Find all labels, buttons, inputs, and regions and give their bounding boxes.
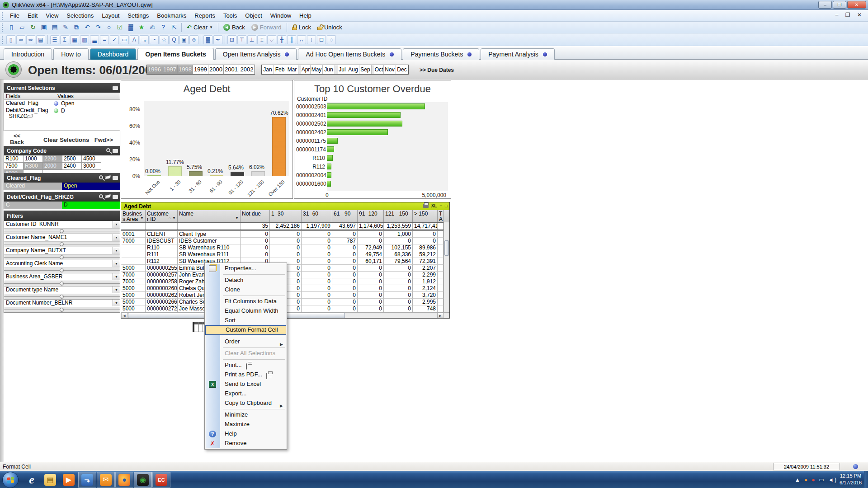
align-bottom-icon[interactable]: ⌵ (267, 35, 276, 44)
menu-selections[interactable]: Selections (62, 11, 98, 20)
space-vertical-icon[interactable]: ↕ (307, 35, 316, 44)
filters-header[interactable]: Filters (4, 211, 120, 221)
filter-dropdown[interactable]: Accounting Clerk Name▼ (4, 260, 120, 267)
table-row[interactable]: 7000IDESCUSTIDES Customer000787000 (121, 238, 449, 244)
slider-thumb-icon[interactable] (60, 282, 64, 286)
filter-slider[interactable] (4, 267, 120, 273)
menu-item-order[interactable]: Order▶ (205, 337, 287, 347)
filter-slider[interactable] (4, 241, 120, 247)
menu-tools[interactable]: Tools (219, 11, 241, 20)
chevron-down-icon[interactable]: ▼ (113, 260, 120, 267)
year-1999[interactable]: 1999 (193, 65, 208, 74)
company-code-7500[interactable]: 7500 (4, 163, 24, 170)
tab-ad-hoc-open-items-buckets[interactable]: Ad Hoc Open Items Buckets (298, 48, 401, 60)
aged-debt-bar[interactable] (251, 171, 265, 176)
filter-dropdown[interactable]: Company Name_BUTXT▼ (4, 247, 120, 254)
firefox-icon[interactable]: ● (115, 472, 133, 488)
top10-bar[interactable] (327, 164, 331, 169)
windows-explorer-icon[interactable]: ▤ (41, 472, 59, 488)
quick-chart-icon[interactable]: ▓ (126, 23, 136, 33)
adjust-icon[interactable]: ⊟ (317, 35, 326, 44)
month-apr[interactable]: Apr (298, 65, 311, 74)
menu-item-custom-format-cell[interactable]: Custom Format Cell (205, 325, 286, 335)
tab-open-items-buckets[interactable]: Open Items Buckets (137, 48, 214, 60)
menu-help[interactable]: Help (295, 11, 316, 20)
open-file-icon[interactable]: ▱ (17, 23, 27, 33)
search-icon[interactable] (99, 175, 103, 179)
search-icon[interactable] (99, 194, 103, 198)
menu-item-fit-columns-to-data[interactable]: Fit Columns to Data (205, 297, 287, 306)
redo-icon[interactable]: ↷ (93, 23, 103, 33)
top10-bar[interactable] (327, 146, 334, 152)
menu-view[interactable]: View (42, 11, 62, 20)
company-code-4500[interactable]: 4500 (82, 155, 101, 163)
tray-network-icon[interactable]: ▭ (819, 477, 824, 483)
copy-icon[interactable]: ⧉ (71, 23, 81, 33)
debit-credit-selected[interactable]: D (62, 202, 120, 209)
chevron-down-icon[interactable]: ▼ (113, 273, 120, 280)
save-icon[interactable]: ▣ (39, 23, 49, 33)
top10-chart[interactable]: Top 10 Customer Overdue Customer ID 0000… (294, 80, 451, 199)
menu-settings[interactable]: Settings (123, 11, 153, 20)
month-jun[interactable]: Jun (323, 65, 335, 74)
month-dec[interactable]: Dec (396, 65, 408, 74)
month-oct[interactable]: Oct (372, 65, 384, 74)
tray-red-icon[interactable]: ● (811, 477, 815, 483)
aged-debt-chart[interactable]: Aged Debt 80%60%40%20%0% 0.00%11.77%5.75… (121, 80, 293, 199)
top10-bar[interactable] (327, 138, 338, 144)
year-1997[interactable]: 1997 (162, 65, 178, 74)
search-icon[interactable] (106, 148, 110, 152)
edit-sheet-icon[interactable]: ✎ (61, 23, 71, 33)
clear-selections-button[interactable]: Clear Selections (43, 136, 89, 143)
eraser-icon[interactable] (27, 114, 33, 118)
menu-item-detach[interactable]: Detach (205, 276, 287, 285)
month-jul[interactable]: Jul (335, 65, 347, 74)
pivot-table-icon[interactable]: ▥ (80, 35, 89, 44)
back-button[interactable]: ◀ Back (220, 23, 248, 32)
year-2002[interactable]: 2002 (239, 65, 255, 74)
top10-bar[interactable] (327, 181, 331, 187)
filter-slider[interactable] (4, 228, 120, 234)
webview-icon[interactable]: ◌ (327, 35, 336, 44)
listbox-icon[interactable]: ☰ (50, 35, 59, 44)
due-dates-label[interactable]: >> Due Dates (420, 67, 454, 73)
sort-icon[interactable]: ▼ (235, 216, 239, 221)
company-code-2200[interactable]: 2200 (43, 155, 62, 163)
table-row[interactable]: R111SB Warenhaus R111000049,75468,33659,… (121, 251, 449, 258)
minimize-icon[interactable] (113, 195, 118, 199)
top10-bar[interactable] (327, 121, 402, 127)
company-code-2400[interactable]: 2400 (62, 163, 82, 170)
aged-debt-bar[interactable] (210, 175, 223, 176)
year-2000[interactable]: 2000 (208, 65, 224, 74)
column-header--150[interactable]: > 150 (413, 210, 438, 222)
top10-bar[interactable] (327, 172, 331, 178)
company-code-R300[interactable]: R300 (24, 163, 43, 170)
lock-button[interactable]: Lock (289, 23, 314, 32)
align-top-icon[interactable]: ⌶ (257, 35, 266, 44)
table-box-icon[interactable]: ▦ (70, 35, 79, 44)
column-header-name[interactable]: Name▼ (178, 210, 241, 222)
column-header-busines[interactable]: Busines s Area▼ (121, 210, 146, 222)
refresh-icon[interactable]: ↻ (28, 23, 38, 33)
internet-explorer-icon[interactable]: e (23, 472, 41, 488)
sheet-properties-icon[interactable]: ▤ (36, 35, 45, 44)
current-selections-header[interactable]: Current Selections (4, 84, 120, 93)
scroll-left-arrow[interactable]: ◀ (121, 313, 127, 318)
notes-icon[interactable]: ✍ (147, 23, 157, 33)
menu-item-print-as-pdf[interactable]: Print as PDF... (205, 370, 287, 380)
multibox-icon[interactable]: ✓ (110, 35, 119, 44)
filter-slider[interactable] (4, 307, 120, 312)
text-object-icon[interactable]: A (130, 35, 139, 44)
column-header-31-60[interactable]: 31 -60 (302, 210, 332, 222)
tab-payments-buckets[interactable]: Payments Buckets (403, 48, 479, 60)
slider-thumb-icon[interactable] (60, 268, 64, 272)
tab-how-to[interactable]: How to (53, 48, 89, 60)
menu-item-print[interactable]: Print... (205, 361, 287, 370)
new-file-icon[interactable]: ▯ (6, 23, 16, 33)
taskbar-clock[interactable]: 12:15 PM 6/17/2016 (840, 473, 862, 486)
red-app-icon[interactable]: EC (152, 472, 170, 488)
forward-selections-button[interactable]: Fwd>> (94, 136, 113, 143)
month-feb[interactable]: Feb (274, 65, 286, 74)
menu-item-send-to-excel[interactable]: Send to ExcelX (205, 380, 287, 389)
menu-item-equal-column-width[interactable]: Equal Column Width (205, 306, 287, 316)
